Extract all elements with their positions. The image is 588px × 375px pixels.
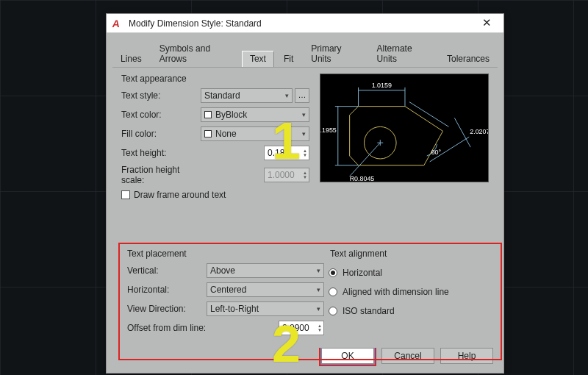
text-alignment-group: Text alignment Horizontal Aligned with d… bbox=[324, 249, 495, 354]
highlighted-settings-group: Text placement Vertical: Above ▾ Horizon… bbox=[118, 243, 502, 360]
spinner-arrows-icon[interactable]: ▲▼ bbox=[303, 149, 307, 157]
view-direction-combo[interactable]: Left-to-Right ▾ bbox=[207, 301, 324, 316]
vertical-combo[interactable]: Above ▾ bbox=[207, 263, 324, 278]
tab-lines[interactable]: Lines bbox=[112, 51, 150, 67]
spinner-arrows-icon[interactable]: ▲▼ bbox=[318, 324, 322, 332]
chevron-down-icon: ▾ bbox=[317, 267, 320, 274]
text-appearance-group: Text appearance Text style: Standard ▾ …… bbox=[120, 74, 309, 200]
alignment-option-aligned: Aligned with dimension line bbox=[343, 287, 449, 297]
group-title-placement: Text placement bbox=[127, 249, 324, 259]
tab-tolerances[interactable]: Tolerances bbox=[439, 51, 498, 67]
alignment-radio-horizontal[interactable] bbox=[329, 268, 337, 277]
dialog-title: Modify Dimension Style: Standard bbox=[129, 18, 474, 29]
view-direction-label: View Direction: bbox=[126, 304, 207, 314]
preview-dim-right: 2.0207 bbox=[470, 128, 488, 135]
fraction-scale-spinner: 1.0000 ▲▼ bbox=[264, 168, 309, 182]
text-color-value: ByBlock bbox=[215, 110, 247, 120]
fraction-scale-value: 1.0000 bbox=[268, 170, 295, 180]
text-style-label: Text style: bbox=[120, 90, 201, 101]
tab-strip: Lines Symbols and Arrows Text Fit Primar… bbox=[107, 33, 503, 67]
text-height-spinner[interactable]: 0.18 ▲▼ bbox=[264, 146, 309, 160]
dimension-preview: 1.0159 1.1955 2.0207 60° bbox=[320, 74, 489, 182]
offset-spinner[interactable]: 0.0900 ▲▼ bbox=[279, 321, 324, 335]
text-height-value: 0.18 bbox=[268, 148, 284, 158]
color-swatch-icon bbox=[204, 111, 212, 118]
preview-dim-left: 1.1955 bbox=[320, 126, 337, 134]
tab-primary-units[interactable]: Primary Units bbox=[303, 40, 367, 67]
fill-color-label: Fill color: bbox=[120, 129, 201, 139]
fraction-scale-label: Fraction height scale: bbox=[120, 165, 201, 185]
draw-frame-label: Draw frame around text bbox=[134, 190, 226, 200]
alignment-radio-iso[interactable] bbox=[329, 307, 337, 315]
preview-dim-top: 1.0159 bbox=[372, 82, 392, 89]
group-title-alignment: Text alignment bbox=[330, 249, 495, 259]
offset-label: Offset from dim line: bbox=[126, 323, 207, 333]
text-color-combo[interactable]: ByBlock ▾ bbox=[201, 107, 309, 122]
chevron-down-icon: ▾ bbox=[285, 92, 289, 99]
alignment-radio-aligned[interactable] bbox=[329, 288, 337, 296]
draw-frame-checkbox[interactable] bbox=[121, 190, 130, 199]
tab-text[interactable]: Text bbox=[242, 51, 274, 67]
app-icon: A bbox=[112, 18, 123, 29]
color-swatch-icon bbox=[204, 130, 212, 138]
text-placement-group: Text placement Vertical: Above ▾ Horizon… bbox=[126, 249, 324, 354]
close-icon[interactable]: ✕ bbox=[474, 15, 499, 32]
text-style-more-button[interactable]: … bbox=[295, 88, 309, 103]
tab-fit[interactable]: Fit bbox=[276, 51, 301, 67]
fill-color-combo[interactable]: None ▾ bbox=[201, 126, 309, 141]
view-direction-value: Left-to-Right bbox=[210, 304, 259, 314]
preview-dim-radius: R0.8045 bbox=[350, 175, 375, 182]
chevron-down-icon: ▾ bbox=[317, 305, 320, 312]
text-height-label: Text height: bbox=[120, 148, 201, 158]
alignment-option-horizontal: Horizontal bbox=[343, 268, 382, 278]
chevron-down-icon: ▾ bbox=[317, 286, 320, 293]
horizontal-label: Horizontal: bbox=[126, 285, 207, 295]
alignment-option-iso: ISO standard bbox=[343, 306, 395, 316]
vertical-label: Vertical: bbox=[126, 265, 207, 276]
text-color-label: Text color: bbox=[120, 110, 201, 120]
spinner-arrows-icon: ▲▼ bbox=[303, 171, 307, 179]
fill-color-value: None bbox=[215, 129, 237, 139]
text-style-combo[interactable]: Standard ▾ bbox=[201, 88, 293, 103]
group-title-appearance: Text appearance bbox=[121, 74, 309, 84]
preview-dim-angle: 60° bbox=[431, 149, 442, 156]
tab-symbols-arrows[interactable]: Symbols and Arrows bbox=[151, 40, 240, 67]
titlebar[interactable]: A Modify Dimension Style: Standard ✕ bbox=[107, 14, 503, 33]
text-style-value: Standard bbox=[204, 90, 240, 101]
chevron-down-icon: ▾ bbox=[302, 130, 306, 138]
tab-alternate-units[interactable]: Alternate Units bbox=[369, 40, 437, 67]
tab-body: Text appearance Text style: Standard ▾ …… bbox=[112, 67, 498, 348]
modify-dimstyle-dialog: A Modify Dimension Style: Standard ✕ Lin… bbox=[106, 13, 504, 374]
offset-value: 0.0900 bbox=[282, 323, 309, 333]
chevron-down-icon: ▾ bbox=[302, 111, 306, 118]
horizontal-combo[interactable]: Centered ▾ bbox=[207, 282, 324, 297]
vertical-value: Above bbox=[210, 265, 235, 276]
horizontal-value: Centered bbox=[210, 285, 246, 295]
